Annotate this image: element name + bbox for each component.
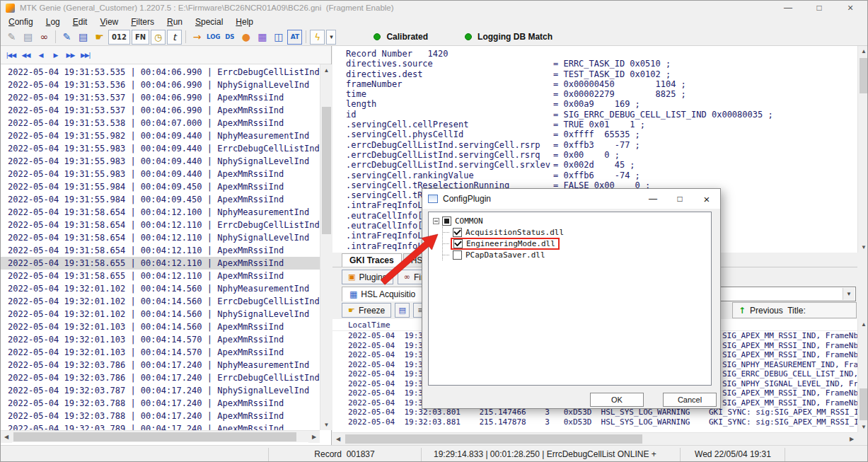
- detail-vscrollbar[interactable]: ▲ ▼: [857, 46, 868, 253]
- scroll-left-arrow[interactable]: ◀: [332, 433, 344, 445]
- ds-icon[interactable]: DS: [222, 30, 237, 45]
- time-t-button[interactable]: t: [167, 30, 182, 45]
- trace-row[interactable]: 2022-05-04 19:32:03.881 215.147878 3 0xD…: [332, 417, 857, 427]
- close-icon[interactable]: ×: [835, 1, 866, 15]
- log-row[interactable]: 2022-05-04 19:32:01.103 | 00:04:14.560 |…: [1, 320, 320, 333]
- menu-item-special[interactable]: Special: [189, 17, 229, 27]
- ok-button[interactable]: OK: [590, 393, 644, 407]
- log-row[interactable]: 2022-05-04 19:32:03.788 | 00:04:17.240 |…: [1, 397, 320, 410]
- log-row[interactable]: 2022-05-04 19:31:58.654 | 00:04:12.110 |…: [1, 219, 320, 231]
- plugins-button[interactable]: ▣ Plugins: [342, 270, 393, 284]
- clock-button[interactable]: ◷: [151, 30, 166, 45]
- scroll-down-arrow[interactable]: ▼: [858, 422, 868, 432]
- log-row[interactable]: 2022-05-04 19:32:03.788 | 00:04:17.240 |…: [1, 410, 320, 422]
- trace-hscrollbar[interactable]: ◀ ▶: [332, 432, 857, 444]
- log-row[interactable]: 2022-05-04 19:32:01.102 | 00:04:14.560 |…: [1, 308, 320, 320]
- lightning-icon[interactable]: ϟ: [310, 30, 325, 45]
- log-row[interactable]: 2022-05-04 19:31:53.535 | 00:04:06.990 |…: [1, 66, 320, 79]
- menu-item-edit[interactable]: Edit: [66, 17, 94, 27]
- log-row[interactable]: 2022-05-04 19:31:55.984 | 00:04:09.450 |…: [1, 193, 320, 206]
- record-nav-button-3[interactable]: ▶: [49, 48, 62, 62]
- plugin-checkbox[interactable]: [453, 250, 462, 260]
- at-command-icon[interactable]: AT: [287, 30, 302, 45]
- orange-ball-icon[interactable]: ●: [238, 30, 253, 45]
- dialog-minimize-icon[interactable]: —: [640, 189, 666, 209]
- log-row[interactable]: 2022-05-04 19:31:55.983 | 00:04:09.440 |…: [1, 155, 320, 168]
- trace-vscrollbar[interactable]: ▲ ▼: [857, 319, 868, 432]
- edit-pen-icon[interactable]: ✎: [59, 30, 74, 45]
- scroll-thumb[interactable]: [860, 58, 868, 93]
- log-row[interactable]: 2022-05-04 19:32:01.102 | 00:04:14.560 |…: [1, 295, 320, 308]
- log-list-vscrollbar[interactable]: ▲ ▼: [320, 64, 332, 430]
- minimize-icon[interactable]: —: [772, 1, 804, 15]
- scroll-thumb[interactable]: [860, 388, 868, 420]
- menu-item-config[interactable]: Config: [2, 17, 40, 27]
- fn-button[interactable]: FN: [132, 30, 149, 45]
- log-row[interactable]: 2022-05-04 19:31:55.983 | 00:04:09.440 |…: [1, 142, 320, 155]
- maximize-icon[interactable]: □: [804, 1, 835, 15]
- scroll-right-arrow[interactable]: ▶: [308, 431, 320, 443]
- log-row[interactable]: 2022-05-04 19:32:03.786 | 00:04:17.240 |…: [1, 371, 320, 384]
- menu-item-run[interactable]: Run: [161, 17, 189, 27]
- log-row[interactable]: 2022-05-04 19:31:58.654 | 00:04:12.110 |…: [1, 231, 320, 244]
- scroll-down-arrow[interactable]: ▼: [858, 242, 868, 253]
- menu-item-log[interactable]: Log: [40, 17, 66, 27]
- log-row[interactable]: 2022-05-04 19:32:03.786 | 00:04:17.240 |…: [1, 359, 320, 371]
- scroll-thumb[interactable]: [322, 107, 331, 234]
- log-row[interactable]: 2022-05-04 19:31:55.984 | 00:04:09.450 |…: [1, 180, 320, 193]
- log-row[interactable]: 2022-05-04 19:31:53.537 | 00:04:06.990 |…: [1, 91, 320, 104]
- log-list-hscrollbar[interactable]: ◀ ▶: [1, 430, 320, 442]
- filter-012-button[interactable]: 012: [108, 30, 130, 45]
- record-nav-button-4[interactable]: ▶▶: [64, 48, 77, 62]
- plugin-label[interactable]: AcquisitionStatus.dll: [465, 228, 564, 237]
- scroll-left-arrow[interactable]: ◀: [1, 431, 12, 443]
- dialog-title-bar[interactable]: ConfigPlugin — □ ×: [422, 189, 720, 209]
- log-row[interactable]: 2022-05-04 19:31:55.983 | 00:04:09.440 |…: [1, 168, 320, 180]
- edit-pen-disabled-icon[interactable]: ✎: [4, 30, 19, 45]
- log-row[interactable]: 2022-05-04 19:31:55.982 | 00:04:09.440 |…: [1, 129, 320, 142]
- plugin-label[interactable]: EngineeringMode.dll: [466, 239, 555, 248]
- page-view-button[interactable]: ▤: [395, 303, 410, 318]
- log-row[interactable]: 2022-05-04 19:31:58.655 | 00:04:12.110 |…: [1, 257, 320, 270]
- menu-item-view[interactable]: View: [93, 17, 125, 27]
- menu-item-filters[interactable]: Filters: [125, 17, 161, 27]
- log-row[interactable]: 2022-05-04 19:31:53.537 | 00:04:06.990 |…: [1, 104, 320, 117]
- plugin-checkbox[interactable]: [453, 239, 463, 248]
- save-disabled-icon[interactable]: ▤: [21, 30, 35, 45]
- scroll-thumb[interactable]: [345, 434, 642, 444]
- record-nav-button-5[interactable]: ▶▶|: [79, 48, 92, 62]
- freeze-button[interactable]: ☛ Freeze: [342, 303, 391, 318]
- log-row[interactable]: 2022-05-04 19:32:03.787 | 00:04:17.240 |…: [1, 384, 320, 397]
- scroll-up-arrow[interactable]: ▲: [858, 46, 868, 57]
- log-row[interactable]: 2022-05-04 19:31:53.538 | 00:04:07.000 |…: [1, 117, 320, 129]
- tab-hsl-acquisition[interactable]: ▦ HSL Acquisitio: [342, 287, 423, 301]
- scroll-up-arrow[interactable]: ▲: [858, 319, 868, 330]
- save-icon[interactable]: ▤: [76, 30, 91, 45]
- tree-collapse-icon[interactable]: [433, 218, 439, 224]
- log-icon[interactable]: LOG: [206, 30, 221, 45]
- plugin-label[interactable]: PCapDataSaver.dll: [465, 250, 545, 260]
- tab-gki-traces[interactable]: GKI Traces: [342, 253, 402, 267]
- menu-item-help[interactable]: Help: [229, 17, 260, 27]
- log-row[interactable]: 2022-05-04 19:32:01.103 | 00:04:14.570 |…: [1, 346, 320, 359]
- scroll-up-arrow[interactable]: ▲: [320, 64, 332, 76]
- root-checkbox[interactable]: [442, 216, 451, 226]
- log-row[interactable]: 2022-05-04 19:32:03.789 | 00:04:17.240 |…: [1, 422, 320, 430]
- scroll-down-arrow[interactable]: ▼: [320, 419, 332, 430]
- binoculars-icon[interactable]: ∞: [37, 30, 52, 45]
- record-nav-button-2[interactable]: ◀: [34, 48, 47, 62]
- log-row[interactable]: 2022-05-04 19:31:58.654 | 00:04:12.100 |…: [1, 206, 320, 219]
- log-row[interactable]: 2022-05-04 19:31:53.536 | 00:04:06.990 |…: [1, 79, 320, 91]
- record-nav-button-1[interactable]: ◀◀: [19, 48, 33, 62]
- tree-root-row[interactable]: COMMON: [430, 215, 710, 226]
- export-arrow-icon[interactable]: →: [190, 30, 204, 45]
- trace-row[interactable]: 2022-05-04 19:32:03.801 215.147466 3 0xD…: [332, 408, 857, 417]
- log-row[interactable]: 2022-05-04 19:32:01.103 | 00:04:14.570 |…: [1, 333, 320, 346]
- dialog-close-icon[interactable]: ×: [693, 189, 720, 209]
- dialog-maximize-icon[interactable]: □: [666, 189, 693, 209]
- scroll-right-arrow[interactable]: ▶: [846, 433, 857, 445]
- previous-title-box[interactable]: ↑ Previous Title:: [732, 302, 857, 318]
- plugin-checkbox[interactable]: [453, 228, 462, 237]
- log-list[interactable]: 2022-05-04 19:31:53.535 | 00:04:06.990 |…: [1, 64, 320, 430]
- log-row[interactable]: 2022-05-04 19:31:58.654 | 00:04:12.110 |…: [1, 244, 320, 257]
